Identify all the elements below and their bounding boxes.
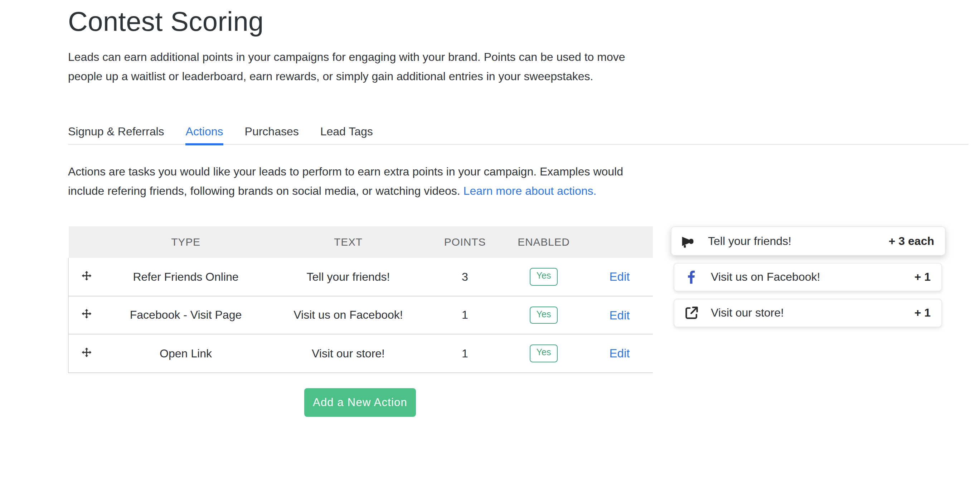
learn-more-actions-link[interactable]: Learn more about actions. — [463, 185, 597, 197]
edit-link[interactable]: Edit — [609, 270, 630, 283]
type-cell: Open Link — [104, 334, 267, 373]
header-drag-col — [68, 227, 104, 258]
tab-actions[interactable]: Actions — [186, 125, 223, 144]
tab-bar: Signup & Referrals Actions Purchases Lea… — [68, 125, 969, 145]
move-icon — [81, 270, 92, 281]
add-new-action-button[interactable]: Add a New Action — [304, 388, 416, 417]
move-icon — [81, 346, 92, 358]
preview-card-points: + 1 — [915, 307, 931, 320]
actions-description: Actions are tasks you would like your le… — [68, 162, 645, 201]
external-link-icon — [684, 305, 699, 321]
text-cell: Tell your friends! — [267, 258, 429, 296]
drag-handle[interactable] — [81, 308, 92, 319]
page-intro-text: Leads can earn additional points in your… — [68, 47, 645, 86]
header-edit-col — [587, 227, 652, 258]
text-cell: Visit us on Facebook! — [267, 296, 429, 334]
drag-handle[interactable] — [81, 346, 92, 358]
table-row: Refer Friends Online Tell your friends! … — [68, 258, 652, 296]
edit-link[interactable]: Edit — [609, 346, 630, 359]
preview-card-tell-friends[interactable]: Tell your friends! + 3 each — [671, 227, 946, 256]
tab-purchases[interactable]: Purchases — [245, 125, 299, 144]
enabled-badge: Yes — [530, 345, 558, 362]
preview-card-label: Visit our store! — [711, 307, 784, 320]
header-points: POINTS — [429, 227, 501, 258]
move-icon — [81, 308, 92, 319]
preview-card-store[interactable]: Visit our store! + 1 — [674, 299, 942, 328]
points-cell: 1 — [429, 334, 501, 373]
header-text: TEXT — [267, 227, 429, 258]
points-cell: 3 — [429, 258, 501, 296]
tab-lead-tags[interactable]: Lead Tags — [320, 125, 373, 144]
preview-card-points: + 3 each — [889, 235, 934, 248]
enabled-badge: Yes — [530, 268, 558, 286]
preview-card-points: + 1 — [915, 271, 931, 284]
action-preview-panel: Tell your friends! + 3 each Visit us on … — [674, 227, 948, 335]
type-cell: Refer Friends Online — [104, 258, 267, 296]
tab-signup-referrals[interactable]: Signup & Referrals — [68, 125, 164, 144]
table-row: Facebook - Visit Page Visit us on Facebo… — [68, 296, 652, 334]
table-row: Open Link Visit our store! 1 Yes Edit — [68, 334, 652, 373]
actions-table: TYPE TEXT POINTS ENABLED Refer Friends O… — [68, 227, 652, 373]
drag-handle[interactable] — [81, 270, 92, 281]
enabled-badge: Yes — [530, 306, 558, 324]
page-title: Contest Scoring — [68, 6, 969, 38]
table-header-row: TYPE TEXT POINTS ENABLED — [68, 227, 652, 258]
megaphone-icon — [681, 233, 697, 249]
text-cell: Visit our store! — [267, 334, 429, 373]
preview-card-label: Tell your friends! — [708, 235, 791, 248]
preview-card-label: Visit us on Facebook! — [711, 271, 820, 284]
points-cell: 1 — [429, 296, 501, 334]
page: Contest Scoring Leads can earn additiona… — [0, 6, 980, 482]
header-enabled: ENABLED — [501, 227, 587, 258]
facebook-icon — [684, 270, 699, 286]
preview-card-facebook[interactable]: Visit us on Facebook! + 1 — [674, 263, 942, 292]
type-cell: Facebook - Visit Page — [104, 296, 267, 334]
header-type: TYPE — [104, 227, 267, 258]
edit-link[interactable]: Edit — [609, 308, 630, 321]
